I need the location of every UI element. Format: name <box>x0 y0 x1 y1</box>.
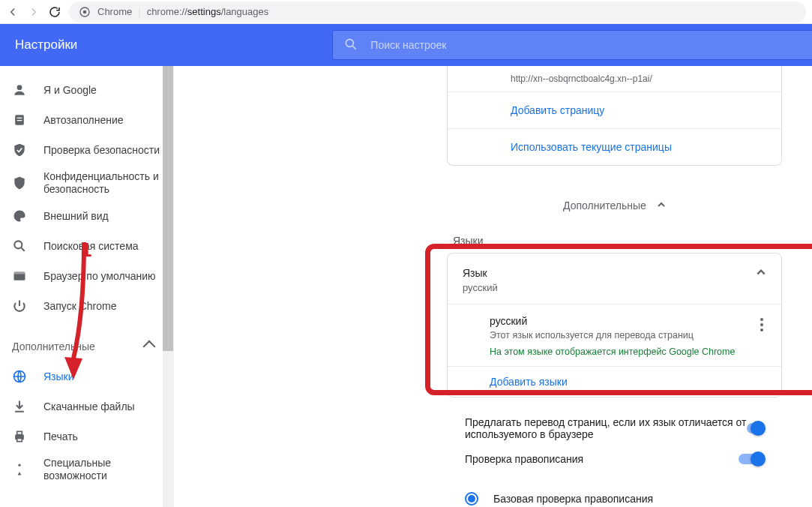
language-header-row[interactable]: Язык русский <box>448 254 781 304</box>
shield-icon <box>12 176 27 190</box>
sidebar-item-label: Специальные возможности <box>43 457 161 483</box>
sidebar: Я и Google Автозаполнение Проверка безоп… <box>0 66 174 507</box>
sidebar-item-label: Проверка безопасности <box>43 144 160 156</box>
language-item-subtext: Этот язык используется для перевода стра… <box>490 330 735 340</box>
palette-icon <box>12 208 27 224</box>
use-current-row[interactable]: Использовать текущие страницы <box>448 128 781 165</box>
sidebar-advanced-label: Дополнительные <box>12 340 95 352</box>
svg-point-14 <box>18 464 20 466</box>
svg-point-7 <box>14 241 22 248</box>
sidebar-item-on-startup[interactable]: Запуск Chrome <box>0 291 173 321</box>
sidebar-scrollbar-thumb[interactable] <box>163 66 173 351</box>
basic-spellcheck-row[interactable]: Базовая проверка правописания <box>447 480 782 507</box>
offer-translate-label: Предлагать перевод страниц, если их язык… <box>465 416 747 440</box>
search-icon <box>12 238 27 254</box>
language-item-name: русский <box>490 315 735 327</box>
sidebar-item-autofill[interactable]: Автозаполнение <box>0 105 173 135</box>
search-field-wrap[interactable] <box>332 30 812 60</box>
accessibility-icon <box>12 462 27 477</box>
sidebar-scrollbar[interactable] <box>163 66 173 507</box>
forward-icon[interactable] <box>27 5 40 19</box>
svg-point-1 <box>83 10 87 14</box>
sidebar-advanced-toggle[interactable]: Дополнительные <box>0 332 173 362</box>
add-language-link[interactable]: Добавить языки <box>490 376 568 388</box>
sidebar-item-languages[interactable]: Языки <box>0 362 173 392</box>
card-language: Язык русский русский Этот язык используе… <box>447 253 782 398</box>
app-header: Настройки <box>0 24 812 66</box>
chevron-up-icon <box>143 340 156 353</box>
offer-translate-toggle[interactable] <box>747 423 764 434</box>
sidebar-item-label: Языки <box>43 370 74 382</box>
sidebar-item-downloads[interactable]: Скачанные файлы <box>0 392 173 422</box>
spellcheck-row[interactable]: Проверка правописания <box>447 441 782 477</box>
advanced-toggle-label: Дополнительные <box>563 200 646 212</box>
sidebar-item-search-engine[interactable]: Поисковая система <box>0 231 173 261</box>
svg-rect-6 <box>17 120 22 121</box>
search-icon <box>343 37 358 54</box>
language-item-ui-hint: На этом языке отображается интерфейс Goo… <box>490 346 735 357</box>
sidebar-item-label: Печать <box>43 430 78 442</box>
sidebar-item-appearance[interactable]: Внешний вид <box>0 201 173 231</box>
card-startup-pages: http://xn--osbqrnctboalc4g.xn--p1ai/ Доб… <box>447 66 782 166</box>
sidebar-item-privacy[interactable]: Конфиденциальность и безопасность <box>0 165 173 201</box>
chevron-up-icon <box>756 267 766 280</box>
chrome-logo-icon <box>78 5 91 19</box>
download-icon <box>12 399 27 414</box>
sidebar-item-label: Скачанные файлы <box>43 400 135 412</box>
svg-rect-5 <box>17 118 22 118</box>
language-subtitle: русский <box>463 282 498 293</box>
svg-point-3 <box>17 85 22 90</box>
advanced-section-toggle[interactable]: Дополнительные <box>447 194 782 218</box>
language-title: Язык <box>463 267 498 279</box>
window-icon <box>12 268 27 284</box>
power-icon <box>12 298 27 314</box>
assignment-icon <box>12 112 27 128</box>
browser-toolbar: Chrome | chrome://settings/languages <box>0 0 812 24</box>
sidebar-item-label: Я и Google <box>43 84 97 96</box>
add-language-row[interactable]: Добавить языки <box>448 367 781 397</box>
basic-spellcheck-label: Базовая проверка правописания <box>493 493 653 505</box>
sidebar-item-default-browser[interactable]: Браузер по умолчанию <box>0 261 173 291</box>
url-text: chrome://settings/languages <box>147 6 269 17</box>
shield-check-icon <box>12 142 27 158</box>
sidebar-item-label: Автозаполнение <box>43 114 124 126</box>
print-icon <box>12 429 27 444</box>
sidebar-item-print[interactable]: Печать <box>0 422 173 452</box>
sidebar-item-me-google[interactable]: Я и Google <box>0 75 173 105</box>
section-title-languages: Языки <box>453 235 484 247</box>
svg-rect-13 <box>17 439 22 442</box>
startup-page-url: http://xn--osbqrnctboalc4g.xn--p1ai/ <box>511 74 766 84</box>
search-input[interactable] <box>369 38 812 52</box>
sidebar-item-label: Запуск Chrome <box>43 300 116 312</box>
url-bar[interactable]: Chrome | chrome://settings/languages <box>69 2 806 22</box>
url-site-label: Chrome <box>97 6 132 17</box>
person-icon <box>12 82 27 98</box>
use-current-link[interactable]: Использовать текущие страницы <box>511 141 672 153</box>
sidebar-item-label: Браузер по умолчанию <box>43 270 156 282</box>
chevron-up-icon <box>657 200 666 212</box>
add-page-link[interactable]: Добавить страницу <box>511 104 604 116</box>
back-icon[interactable] <box>6 5 19 19</box>
sidebar-item-label: Конфиденциальность и безопасность <box>43 170 161 196</box>
url-path-bold: settings <box>187 6 221 17</box>
reload-icon[interactable] <box>48 5 61 19</box>
spellcheck-toggle[interactable] <box>739 454 764 464</box>
svg-rect-12 <box>17 431 22 434</box>
url-path-tail: /languages <box>221 6 269 17</box>
sidebar-item-safety-check[interactable]: Проверка безопасности <box>0 135 173 165</box>
svg-rect-9 <box>14 272 25 274</box>
page-title: Настройки <box>15 38 77 52</box>
basic-spellcheck-radio[interactable] <box>465 492 478 506</box>
more-options-icon[interactable] <box>757 315 766 334</box>
add-page-row[interactable]: Добавить страницу <box>448 92 781 128</box>
url-scheme: chrome:// <box>147 6 187 17</box>
sidebar-item-accessibility[interactable]: Специальные возможности <box>0 452 173 488</box>
language-item-row: русский Этот язык используется для перев… <box>448 304 781 367</box>
svg-point-2 <box>346 39 354 46</box>
sidebar-item-label: Внешний вид <box>43 210 109 222</box>
startup-page-row[interactable]: http://xn--osbqrnctboalc4g.xn--p1ai/ <box>448 66 781 92</box>
sidebar-item-label: Поисковая система <box>43 240 139 252</box>
spellcheck-label: Проверка правописания <box>465 453 583 465</box>
globe-icon <box>12 369 27 384</box>
main-content: http://xn--osbqrnctboalc4g.xn--p1ai/ Доб… <box>174 66 812 507</box>
